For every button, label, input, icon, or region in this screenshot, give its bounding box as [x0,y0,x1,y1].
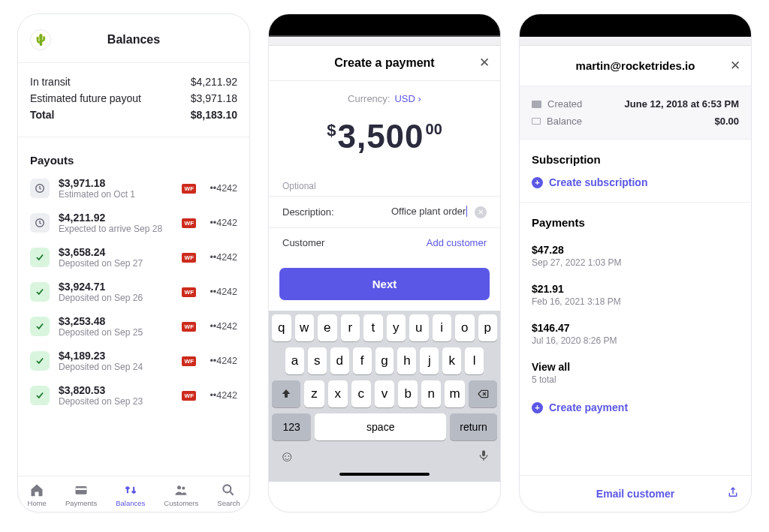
key-j[interactable]: j [420,347,439,374]
payouts-list: $3,971.18Estimated on Oct 1WF••4242$4,21… [18,171,249,413]
key-n[interactable]: n [421,380,441,407]
key-w[interactable]: w [295,314,315,341]
sheet-handle [520,37,751,46]
create-subscription-link[interactable]: + Create subscription [532,176,739,188]
key-z[interactable]: z [304,380,324,407]
account-last4: ••4242 [210,321,237,332]
key-k[interactable]: k [442,347,461,374]
return-key[interactable]: return [450,413,497,440]
payment-row[interactable]: $21.91Feb 16, 2021 3:18 PM [532,278,739,317]
add-customer-link[interactable]: Add customer [427,237,487,248]
key-c[interactable]: c [351,380,371,407]
tab-payments[interactable]: Payments [65,482,97,507]
screen-title: Balances [51,33,216,47]
key-s[interactable]: s [308,347,327,374]
clear-description-icon[interactable]: ✕ [475,206,487,218]
key-u[interactable]: u [409,314,429,341]
shift-key[interactable] [272,380,300,407]
key-o[interactable]: o [455,314,475,341]
currency-value: USD › [394,93,421,104]
backspace-icon [475,388,490,400]
total-label: Total [30,109,54,121]
key-y[interactable]: y [387,314,406,341]
create-payment-header: Create a payment ✕ [269,46,500,81]
create-payment-link[interactable]: + Create payment [532,401,739,413]
key-t[interactable]: t [363,314,383,341]
subscription-title: Subscription [532,153,739,166]
balance-icon [532,118,541,125]
space-key[interactable]: space [315,413,446,440]
key-b[interactable]: b [398,380,418,407]
customer-label: Customer [282,237,324,248]
payment-amount: $21.91 [532,283,739,295]
svg-rect-2 [76,486,87,494]
key-r[interactable]: r [341,314,360,341]
payout-row[interactable]: $3,820.53Deposited on Sep 23WF••4242 [18,378,249,413]
payout-status-text: Deposited on Sep 27 [59,258,173,269]
payment-row[interactable]: $47.28Sep 27, 2022 1:03 PM [532,239,739,278]
bank-badge-icon: WF [182,287,196,297]
key-p[interactable]: p [478,314,498,341]
balance-summary: In transit $4,211.92 Estimated future pa… [18,63,249,137]
tab-balances[interactable]: Balances [116,482,145,507]
payout-row[interactable]: $4,189.23Deposited on Sep 24WF••4242 [18,344,249,378]
key-a[interactable]: a [285,347,304,374]
payout-row[interactable]: $3,253.48Deposited on Sep 25WF••4242 [18,309,249,344]
key-l[interactable]: l [465,347,484,374]
description-value: Office plant order [391,206,466,217]
key-g[interactable]: g [375,347,394,374]
tab-search[interactable]: Search [217,482,240,507]
description-field[interactable]: Description: Office plant order ✕ [269,197,500,228]
key-e[interactable]: e [318,314,337,341]
svg-point-5 [182,486,185,489]
home-icon [29,482,44,497]
key-d[interactable]: d [330,347,349,374]
next-button[interactable]: Next [279,268,490,300]
amount-display[interactable]: $ 3,500 00 [269,104,500,181]
close-button[interactable]: ✕ [730,58,740,74]
bank-badge-icon: WF [182,391,196,401]
payout-row[interactable]: $4,211.92Expected to arrive Sep 28WF••42… [18,206,249,240]
email-customer-button[interactable]: Email customer [596,488,674,500]
payment-date: Jul 16, 2020 8:26 PM [532,335,739,346]
key-q[interactable]: q [272,314,291,341]
customer-header: martin@rocketrides.io ✕ [520,46,751,86]
payment-amount: $146.47 [532,322,739,334]
key-m[interactable]: m [445,380,464,407]
customer-email: martin@rocketrides.io [576,59,695,72]
close-button[interactable]: ✕ [479,55,490,71]
currency-row[interactable]: Currency: USD › [269,81,500,104]
share-icon[interactable] [727,485,739,503]
tab-customers[interactable]: Customers [164,482,198,507]
currency-symbol: $ [327,121,336,140]
payout-amount: $4,189.23 [59,350,173,362]
check-icon [30,386,50,405]
payout-amount: $3,820.53 [59,384,173,396]
customer-field[interactable]: Customer Add customer [269,228,500,257]
mic-key-icon[interactable] [478,448,490,467]
key-f[interactable]: f [353,347,372,374]
backspace-key[interactable] [469,380,497,407]
created-label: Created [547,98,582,110]
tab-home[interactable]: Home [28,482,47,507]
emoji-key-icon[interactable]: ☺ [279,448,294,467]
payout-row[interactable]: $3,924.71Deposited on Sep 26WF••4242 [18,275,249,309]
payout-row[interactable]: $3,658.24Deposited on Sep 27WF••4242 [18,240,249,275]
brand-logo-icon: 🌵 [30,29,51,50]
key-v[interactable]: v [375,380,394,407]
balances-icon [123,482,138,497]
clock-icon [30,179,50,198]
customer-detail-screen: martin@rocketrides.io ✕ Created June 12,… [519,14,752,512]
bank-badge-icon: WF [182,253,196,263]
payout-amount: $3,971.18 [59,177,173,189]
view-all-row[interactable]: View all 5 total [532,356,739,395]
key-i[interactable]: i [433,314,452,341]
key-x[interactable]: x [328,380,348,407]
numbers-key[interactable]: 123 [272,413,311,440]
payout-row[interactable]: $3,971.18Estimated on Oct 1WF••4242 [18,171,249,206]
payment-row[interactable]: $146.47Jul 16, 2020 8:26 PM [532,317,739,356]
key-h[interactable]: h [397,347,416,374]
bank-badge-icon: WF [182,218,196,228]
payment-date: Sep 27, 2022 1:03 PM [532,257,739,268]
plus-icon: + [532,177,543,188]
